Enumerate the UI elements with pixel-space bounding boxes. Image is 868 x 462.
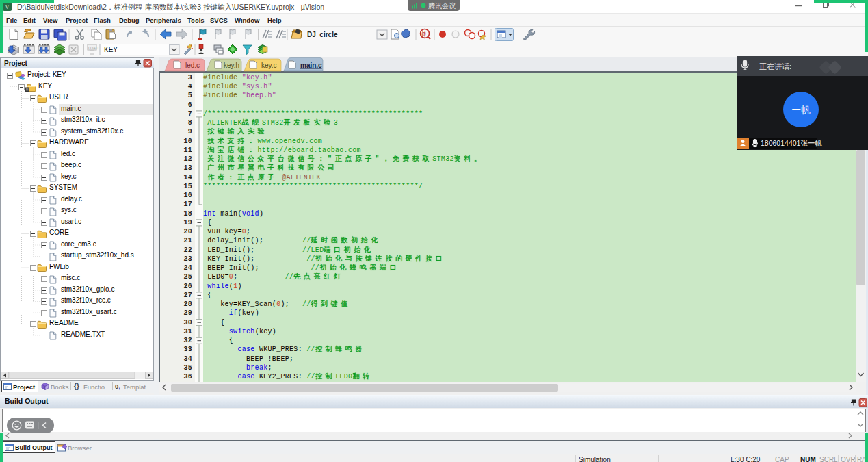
svg-text:KEY: KEY [104, 46, 118, 53]
svg-text:正在讲话:: 正在讲话: [759, 62, 791, 70]
svg-text:key.h: key.h [224, 62, 239, 69]
svg-text:LOAD: LOAD [88, 46, 98, 50]
svg-text:main.c: main.c [300, 62, 322, 69]
svg-text:@: @ [422, 31, 426, 38]
svg-text:一帆: 一帆 [792, 105, 811, 115]
svg-text:腾讯会议: 腾讯会议 [428, 2, 456, 10]
svg-text:led.c: led.c [185, 62, 200, 69]
svg-text:V: V [5, 3, 10, 10]
svg-text:DJ_circle: DJ_circle [307, 31, 338, 38]
svg-text:key.c: key.c [261, 62, 277, 69]
svg-text:1806014401张一帆: 1806014401张一帆 [761, 139, 822, 147]
